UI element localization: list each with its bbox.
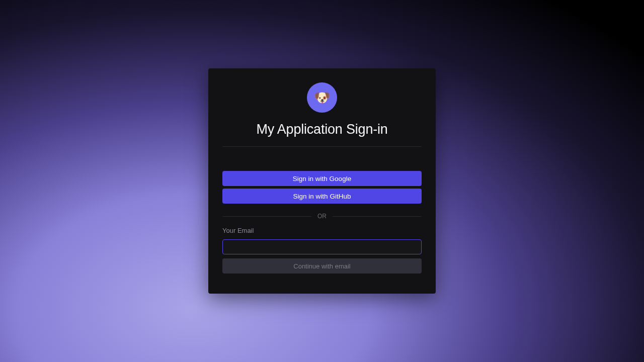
email-label: Your Email <box>222 227 422 234</box>
logo-container: 🐶 <box>222 82 422 113</box>
google-signin-button[interactable]: Sign in with Google <box>222 171 422 186</box>
divider-text: OR <box>317 213 327 220</box>
signin-card: 🐶 My Application Sign-in Sign in with Go… <box>208 68 436 294</box>
signin-title: My Application Sign-in <box>222 122 422 147</box>
app-logo: 🐶 <box>307 82 337 113</box>
divider: OR <box>222 213 422 220</box>
continue-email-button[interactable]: Continue with email <box>222 258 422 274</box>
oauth-providers: Sign in with Google Sign in with GitHub <box>222 171 422 204</box>
divider-line-right <box>333 216 422 217</box>
github-signin-button[interactable]: Sign in with GitHub <box>222 189 422 204</box>
divider-line-left <box>222 216 311 217</box>
email-input[interactable] <box>222 239 422 254</box>
dog-icon: 🐶 <box>314 90 330 106</box>
